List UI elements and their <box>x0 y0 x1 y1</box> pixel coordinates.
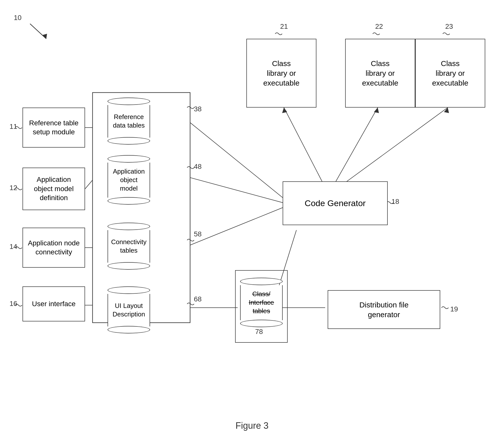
label-18: 18 <box>391 198 399 206</box>
box-distribution-file-generator: Distribution filegenerator <box>328 290 440 329</box>
label-12: 12 <box>10 184 17 192</box>
label-38: 38 <box>194 105 202 113</box>
cylinder-bottom-68 <box>108 326 150 333</box>
cylinder-reference-data-tables: Referencedata tables <box>108 98 150 145</box>
label-11: 11 <box>10 123 17 131</box>
svg-marker-18 <box>444 108 449 113</box>
cylinder-ui-layout: UI LayoutDescription <box>108 286 150 333</box>
svg-line-13 <box>284 108 323 183</box>
cylinder-top-58 <box>108 223 150 230</box>
cylinder-connectivity-tables: Connectivitytables <box>108 223 150 270</box>
cylinder-bottom-38 <box>108 137 150 145</box>
box-app-object-model-def: Applicationobject modeldefinition <box>23 168 85 210</box>
svg-line-17 <box>345 108 448 183</box>
cylinder-body-48: Applicationobjectmodel <box>108 163 150 198</box>
svg-marker-14 <box>282 108 287 113</box>
label-58: 58 <box>194 230 202 238</box>
figure-caption: Figure 3 <box>235 420 268 431</box>
label-22: 22 <box>375 23 383 31</box>
cylinder-body-38: Referencedata tables <box>108 105 150 138</box>
cylinder-bottom-78 <box>240 320 283 327</box>
svg-marker-1 <box>43 34 47 39</box>
label-14: 14 <box>10 243 17 251</box>
cylinder-top-38 <box>108 98 150 105</box>
label-16: 16 <box>10 300 17 308</box>
cylinder-body-68: UI LayoutDescription <box>108 294 150 326</box>
svg-line-9 <box>190 208 283 245</box>
label-48: 48 <box>194 163 202 171</box>
label-10: 10 <box>14 14 22 22</box>
cylinder-app-object-model: Applicationobjectmodel <box>108 155 150 205</box>
svg-line-7 <box>190 123 283 198</box>
svg-line-15 <box>335 108 378 183</box>
cylinder-top-78 <box>240 278 283 285</box>
svg-line-0 <box>30 24 46 39</box>
cylinder-top-68 <box>108 286 150 294</box>
box-user-interface: User interface <box>23 286 85 321</box>
diagram: 10 Reference table setup module 11 Appli… <box>0 0 504 446</box>
svg-line-8 <box>190 178 283 203</box>
label-19: 19 <box>450 305 458 313</box>
label-21: 21 <box>280 23 288 31</box>
cylinder-top-48 <box>108 155 150 163</box>
label-23: 23 <box>445 23 453 31</box>
svg-marker-16 <box>374 108 379 113</box>
box-app-node-connectivity: Application nodeconnectivity <box>23 228 85 268</box>
box-reference-table-setup: Reference table setup module <box>23 108 85 148</box>
box-class-lib-23: Classlibrary orexecutable <box>415 39 485 108</box>
cylinder-body-58: Connectivitytables <box>108 230 150 263</box>
svg-line-4 <box>85 180 93 189</box>
box-class-lib-22: Classlibrary orexecutable <box>345 39 415 108</box>
box-code-generator: Code Generator <box>283 181 388 225</box>
box-class-lib-21: Classlibrary orexecutable <box>246 39 316 108</box>
label-78: 78 <box>255 328 263 336</box>
cylinder-bottom-58 <box>108 262 150 270</box>
label-68: 68 <box>194 295 202 303</box>
cylinder-bottom-48 <box>108 197 150 205</box>
